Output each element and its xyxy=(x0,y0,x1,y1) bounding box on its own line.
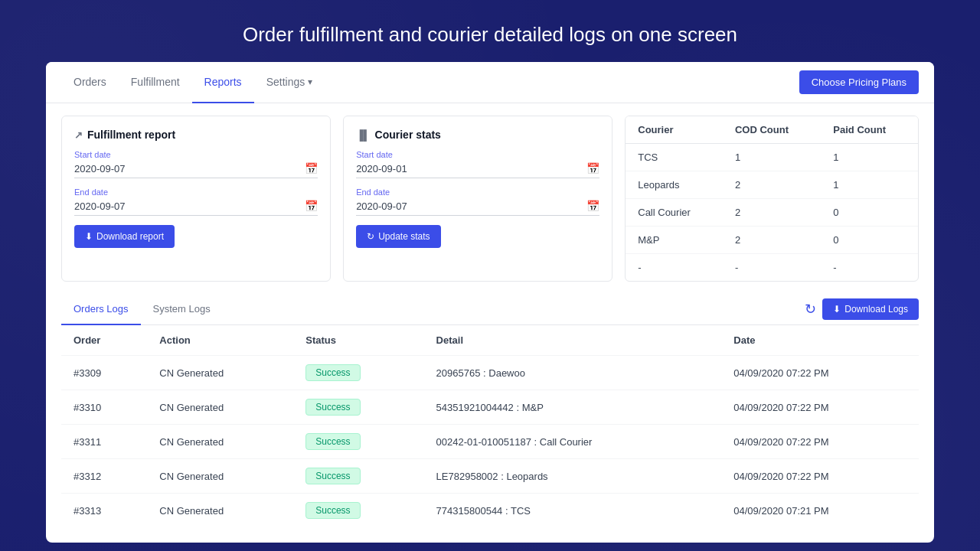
detail: LE782958002 : Leopards xyxy=(424,459,722,494)
log-table-row: #3309 CN Generated Success 20965765 : Da… xyxy=(61,356,919,390)
cards-row: ↗ Fulfillment report Start date 2020-09-… xyxy=(46,103,934,294)
detail: 20965765 : Daewoo xyxy=(424,356,722,390)
status-cell: Success xyxy=(293,459,423,494)
courier-end-date-label: End date xyxy=(356,187,599,197)
courier-calendar-icon[interactable]: 📅 xyxy=(586,162,599,174)
cod-count: 2 xyxy=(723,171,821,199)
action: CN Generated xyxy=(147,425,293,459)
detail: 00242-01-010051187 : Call Courier xyxy=(424,425,722,459)
date: 04/09/2020 07:22 PM xyxy=(721,356,919,390)
courier-name: M&P xyxy=(626,227,723,254)
status-badge: Success xyxy=(305,364,360,381)
courier-stats-card: ▐▌ Courier stats Start date 2020-09-01 📅… xyxy=(343,116,612,282)
courier-table-row: Leopards 2 1 xyxy=(626,171,918,199)
tab-settings[interactable]: Settings ▾ xyxy=(254,62,325,103)
detail: 54351921004442 : M&P xyxy=(424,390,722,425)
col-courier: Courier xyxy=(626,116,723,144)
tab-reports[interactable]: Reports xyxy=(192,62,254,103)
courier-calendar-icon-end[interactable]: 📅 xyxy=(586,200,599,212)
start-date-field: 2020-09-07 📅 xyxy=(74,162,318,178)
detail: 774315800544 : TCS xyxy=(424,494,722,528)
action: CN Generated xyxy=(147,356,293,390)
courier-table-row: M&P 2 0 xyxy=(626,227,918,254)
download-icon: ⬇ xyxy=(85,231,93,242)
refresh-logs-button[interactable]: ↻ xyxy=(805,301,816,318)
cod-count: 1 xyxy=(723,144,821,171)
status-badge: Success xyxy=(305,399,360,416)
start-date-value: 2020-09-07 xyxy=(74,163,305,174)
start-date-label: Start date xyxy=(74,150,318,159)
end-date-label: End date xyxy=(74,187,318,197)
tab-orders[interactable]: Orders xyxy=(61,62,119,103)
courier-start-date-value: 2020-09-01 xyxy=(356,163,586,174)
col-paid-count: Paid Count xyxy=(821,116,918,144)
paid-count: - xyxy=(821,254,918,282)
bar-chart-icon: ▐▌ xyxy=(356,129,370,141)
logs-section: Orders Logs System Logs ↻ ⬇ Download Log… xyxy=(46,294,934,543)
action: CN Generated xyxy=(147,459,293,494)
courier-stats-title: ▐▌ Courier stats xyxy=(356,129,599,141)
fulfillment-report-title: ↗ Fulfillment report xyxy=(74,129,318,141)
fulfillment-report-card: ↗ Fulfillment report Start date 2020-09-… xyxy=(61,116,331,282)
calendar-icon-end[interactable]: 📅 xyxy=(305,200,318,212)
refresh-icon: ↻ xyxy=(805,302,816,317)
courier-name: - xyxy=(626,254,723,282)
download-report-button[interactable]: ⬇ Download report xyxy=(74,225,175,248)
page-title: Order fulfillment and courier detailed l… xyxy=(0,0,980,62)
courier-end-date-value: 2020-09-07 xyxy=(356,201,586,212)
log-table-row: #3313 CN Generated Success 774315800544 … xyxy=(61,494,919,528)
order-id: #3312 xyxy=(61,459,147,494)
date: 04/09/2020 07:21 PM xyxy=(721,494,919,528)
date: 04/09/2020 07:22 PM xyxy=(721,425,919,459)
tab-orders-logs[interactable]: Orders Logs xyxy=(61,294,141,325)
log-table-row: #3311 CN Generated Success 00242-01-0100… xyxy=(61,425,919,459)
status-cell: Success xyxy=(293,356,423,390)
courier-table-row: Call Courier 2 0 xyxy=(626,199,918,227)
orders-logs-table: Order Action Status Detail Date #3309 CN… xyxy=(61,325,919,527)
nav-bar: Orders Fulfillment Reports Settings ▾ Ch… xyxy=(46,62,934,103)
courier-start-date-label: Start date xyxy=(356,150,599,159)
download-logs-button[interactable]: ⬇ Download Logs xyxy=(822,298,919,320)
status-cell: Success xyxy=(293,494,423,528)
col-status: Status xyxy=(293,325,423,356)
action: CN Generated xyxy=(147,390,293,425)
logs-tabs-row: Orders Logs System Logs ↻ ⬇ Download Log… xyxy=(61,294,919,325)
status-cell: Success xyxy=(293,390,423,425)
download-icon: ⬇ xyxy=(833,304,841,315)
refresh-icon: ↻ xyxy=(367,231,374,242)
tab-system-logs[interactable]: System Logs xyxy=(141,294,223,325)
calendar-icon[interactable]: 📅 xyxy=(305,162,318,174)
col-order: Order xyxy=(61,325,147,356)
end-date-value: 2020-09-07 xyxy=(74,201,305,212)
col-detail: Detail xyxy=(424,325,722,356)
col-cod-count: COD Count xyxy=(723,116,821,144)
action: CN Generated xyxy=(147,494,293,528)
chevron-down-icon: ▾ xyxy=(308,77,312,87)
col-date: Date xyxy=(721,325,919,356)
status-badge: Success xyxy=(305,468,360,484)
logs-actions: ↻ ⬇ Download Logs xyxy=(805,298,919,320)
choose-pricing-button[interactable]: Choose Pricing Plans xyxy=(799,70,919,94)
paid-count: 1 xyxy=(821,144,918,171)
courier-start-date-field: 2020-09-01 📅 xyxy=(356,162,599,178)
chart-icon: ↗ xyxy=(74,129,83,141)
courier-name: Leopards xyxy=(626,171,723,199)
tab-fulfillment[interactable]: Fulfillment xyxy=(119,62,192,103)
paid-count: 0 xyxy=(821,199,918,227)
order-id: #3311 xyxy=(61,425,147,459)
paid-count: 0 xyxy=(821,227,918,254)
log-table-row: #3310 CN Generated Success 5435192100444… xyxy=(61,390,919,425)
cod-count: 2 xyxy=(723,199,821,227)
order-id: #3309 xyxy=(61,356,147,390)
courier-stats-table: Courier COD Count Paid Count TCS 1 1 Leo… xyxy=(625,116,919,282)
end-date-field: 2020-09-07 📅 xyxy=(74,200,318,216)
courier-table-row: - - - xyxy=(626,254,918,282)
courier-name: Call Courier xyxy=(626,199,723,227)
courier-table-row: TCS 1 1 xyxy=(626,144,918,171)
date: 04/09/2020 07:22 PM xyxy=(721,459,919,494)
cod-count: 2 xyxy=(723,227,821,254)
cod-count: - xyxy=(723,254,821,282)
main-card: Orders Fulfillment Reports Settings ▾ Ch… xyxy=(46,62,934,543)
status-cell: Success xyxy=(293,425,423,459)
update-stats-button[interactable]: ↻ Update stats xyxy=(356,225,440,248)
